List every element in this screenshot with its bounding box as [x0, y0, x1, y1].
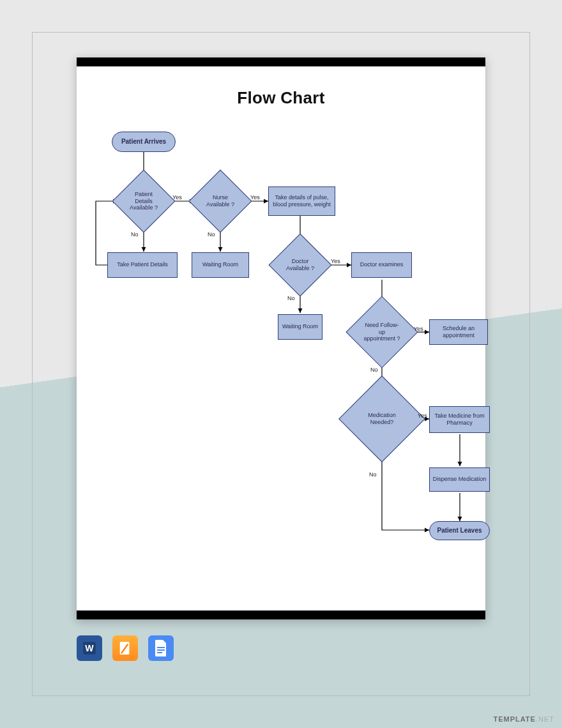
format-icons: W [77, 635, 174, 661]
page-title: Flow Chart [77, 88, 485, 108]
node-decision-followup: Need Follow-up appointment ? [356, 307, 407, 358]
svg-rect-3 [157, 647, 165, 648]
edge-yes: Yes [418, 413, 427, 419]
flowchart: Patient Arrives Patient Details Availabl… [77, 121, 485, 607]
node-take-medicine: Take Medicine from Pharmacy [429, 406, 490, 433]
google-docs-icon[interactable] [148, 635, 174, 661]
node-decision-patient-details-label: Patient Details Available ? [121, 179, 166, 224]
svg-text:W: W [85, 643, 94, 653]
node-decision-followup-label: Need Follow-up appointment ? [356, 307, 407, 358]
node-decision-doctor-label: Doctor Available ? [278, 243, 323, 287]
edge-no: No [370, 367, 378, 373]
node-take-patient-details-label: Take Patient Details [117, 261, 168, 268]
svg-rect-4 [157, 649, 165, 651]
node-schedule-appointment: Schedule an appointment [429, 319, 488, 345]
node-waiting-room-2: Waiting Room [278, 314, 323, 340]
node-dispense-medication: Dispense Medication [429, 467, 490, 492]
node-take-vitals-label: Take details of pulse, blood pressure, w… [271, 194, 332, 209]
edge-yes: Yes [172, 194, 182, 201]
node-take-medicine-label: Take Medicine from Pharmacy [432, 413, 487, 427]
edge-no: No [131, 231, 139, 238]
edge-no: No [208, 231, 215, 238]
node-doctor-examines-label: Doctor examines [360, 261, 404, 268]
watermark-brand: TEMPLATE [493, 715, 535, 723]
node-decision-doctor: Doctor Available ? [278, 243, 323, 287]
node-schedule-appointment-label: Schedule an appointment [432, 325, 485, 340]
svg-rect-5 [157, 652, 162, 653]
node-doctor-examines: Doctor examines [351, 252, 412, 278]
node-decision-nurse: Nurse Available ? [198, 179, 243, 224]
node-decision-patient-details: Patient Details Available ? [121, 179, 166, 224]
node-start-label: Patient Arrives [121, 138, 166, 146]
node-take-patient-details: Take Patient Details [107, 252, 178, 278]
edge-no: No [369, 471, 377, 478]
edge-yes: Yes [331, 258, 340, 264]
node-decision-nurse-label: Nurse Available ? [198, 179, 243, 224]
word-icon[interactable]: W [77, 635, 102, 661]
bottom-band [77, 610, 485, 619]
node-waiting-room-1: Waiting Room [192, 252, 249, 278]
watermark-tld: .NET [536, 715, 554, 723]
watermark: TEMPLATE.NET [493, 715, 554, 723]
node-end-label: Patient Leaves [437, 527, 482, 535]
edge-yes: Yes [250, 194, 260, 201]
edge-yes: Yes [414, 326, 423, 332]
document-page: Flow Chart [77, 57, 485, 619]
node-dispense-medication-label: Dispense Medication [433, 476, 487, 483]
edge-no: No [287, 295, 295, 301]
node-waiting-room-2-label: Waiting Room [282, 323, 318, 330]
node-decision-medication: Medication Needed? [351, 388, 413, 450]
node-end: Patient Leaves [429, 521, 490, 540]
top-band [77, 57, 485, 66]
node-start: Patient Arrives [112, 132, 176, 152]
node-take-vitals: Take details of pulse, blood pressure, w… [268, 186, 335, 216]
pages-icon[interactable] [112, 635, 138, 661]
node-waiting-room-1-label: Waiting Room [202, 261, 238, 268]
node-decision-medication-label: Medication Needed? [351, 388, 413, 450]
